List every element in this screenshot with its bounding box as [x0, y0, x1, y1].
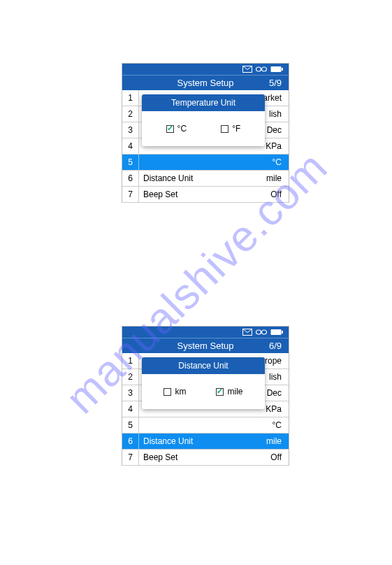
row-value: mile — [266, 436, 289, 446]
row-value: Off — [270, 189, 289, 199]
row-value: °C — [273, 420, 289, 430]
row-value: mile — [266, 173, 289, 183]
row-value: Dec — [267, 388, 289, 398]
mail-icon — [242, 63, 252, 76]
row-value: Off — [270, 452, 289, 462]
row-index: 2 — [122, 106, 139, 122]
svg-rect-2 — [262, 67, 267, 71]
settings-list: 1 Market Europe 2 lish 3 Dec 4 KPa 5 °C … — [122, 353, 289, 466]
option-label: km — [175, 387, 186, 396]
row-value: KPa — [266, 404, 289, 414]
row-label: Distance Unit — [139, 173, 266, 183]
mail-icon — [242, 326, 252, 338]
screen-title: System Setup — [177, 341, 234, 351]
row-value: lish — [269, 109, 289, 119]
distance-unit-popup: Distance Unit km ✓ mile — [142, 357, 265, 409]
option-label: mile — [227, 387, 242, 396]
list-row[interactable]: 7 Beep Set Off — [122, 450, 289, 466]
row-value: lish — [269, 372, 289, 382]
title-bar: System Setup 6/9 — [122, 338, 289, 353]
svg-rect-7 — [262, 330, 267, 334]
row-index: 7 — [122, 187, 139, 202]
row-index: 4 — [122, 401, 139, 417]
list-row-selected[interactable]: 6 Distance Unit mile — [122, 434, 289, 450]
svg-rect-1 — [256, 67, 261, 71]
row-index: 6 — [122, 434, 139, 449]
svg-rect-9 — [282, 331, 283, 334]
row-label: Beep Set — [139, 452, 270, 462]
checkbox-checked-icon: ✓ — [166, 125, 174, 133]
svg-rect-6 — [256, 330, 261, 334]
row-index: 4 — [122, 138, 139, 154]
row-index: 3 — [122, 385, 139, 401]
list-row[interactable]: 6 Distance Unit mile — [122, 171, 289, 187]
row-value: °C — [273, 157, 289, 167]
row-index: 5 — [122, 155, 139, 170]
popup-body: km ✓ mile — [142, 374, 265, 409]
popup-title: Distance Unit — [142, 357, 265, 374]
checkbox-icon — [221, 125, 228, 133]
row-index: 7 — [122, 450, 139, 465]
screen-title: System Setup — [177, 78, 234, 88]
option-mile[interactable]: ✓ mile — [216, 387, 242, 396]
row-index: 3 — [122, 122, 139, 138]
row-label: Distance Unit — [139, 436, 266, 446]
row-label: Beep Set — [139, 189, 270, 199]
row-value: Dec — [267, 125, 289, 135]
svg-rect-8 — [271, 329, 282, 335]
option-fahrenheit[interactable]: °F — [221, 124, 240, 134]
checkbox-icon — [164, 388, 171, 396]
list-row[interactable]: 5 °C — [122, 417, 289, 434]
option-km[interactable]: km — [164, 387, 186, 396]
status-bar — [122, 64, 289, 75]
row-index: 2 — [122, 369, 139, 385]
popup-title: Temperature Unit — [142, 94, 265, 111]
temperature-unit-popup: Temperature Unit ✓ °C °F — [142, 94, 265, 146]
settings-list: 1 Europe Market 2 lish 3 Dec 4 KPa 5 °C … — [122, 90, 289, 203]
row-index: 6 — [122, 171, 139, 186]
row-index: 1 — [122, 353, 139, 369]
option-label: °C — [177, 124, 187, 134]
device-screen-1: System Setup 5/9 1 Europe Market 2 lish … — [122, 63, 289, 203]
checkbox-checked-icon: ✓ — [216, 388, 224, 396]
svg-rect-4 — [282, 68, 283, 71]
row-value: KPa — [266, 141, 289, 151]
device-screen-2: System Setup 6/9 1 Market Europe 2 lish … — [122, 326, 289, 466]
option-label: °F — [232, 124, 240, 134]
option-celsius[interactable]: ✓ °C — [166, 124, 187, 134]
status-bar — [122, 327, 289, 338]
popup-body: ✓ °C °F — [142, 111, 265, 146]
list-row[interactable]: 7 Beep Set Off — [122, 187, 289, 203]
link-icon — [256, 326, 267, 338]
battery-icon — [270, 63, 283, 76]
list-row-selected[interactable]: 5 °C — [122, 155, 289, 171]
row-index: 1 — [122, 90, 139, 106]
battery-icon — [270, 326, 283, 338]
svg-rect-3 — [271, 66, 282, 72]
page-indicator: 6/9 — [269, 341, 282, 351]
link-icon — [256, 63, 267, 76]
row-index: 5 — [122, 417, 139, 433]
page-indicator: 5/9 — [269, 78, 282, 88]
title-bar: System Setup 5/9 — [122, 75, 289, 90]
